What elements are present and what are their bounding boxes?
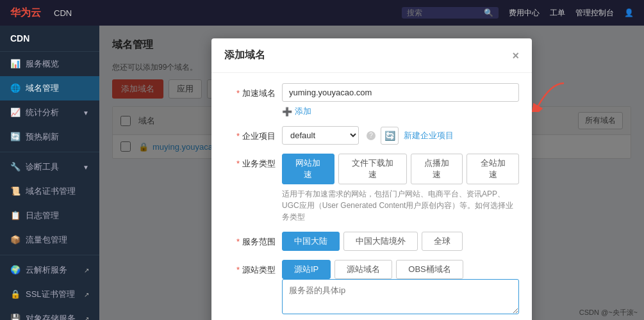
sidebar-item-label: 云解析服务 [26,264,67,276]
service-range-content: 中国大陆 中国大陆境外 全球 [282,232,519,251]
service-type-content: 网站加速 文件下载加速 点播加速 全站加速 适用于有加速需求的网站，包括门户网站… [282,154,519,223]
required-star: * [236,88,240,98]
search-input[interactable] [407,8,484,17]
sidebar-item-prefetch[interactable]: 🔄 预热刷新 [0,125,99,149]
sidebar-item-label: 统计分析 [26,107,59,118]
sidebar-item-diagnostics[interactable]: 🔧 诊断工具 ▼ [0,155,99,179]
origin-type-label: *源站类型 [224,260,276,276]
service-type-website[interactable]: 网站加速 [282,154,334,184]
layout: CDN 📊 服务概览 🌐 域名管理 📈 统计分析 ▼ 🔄 预热刷新 🔧 诊断工具… [0,26,644,320]
form-row-service-range: *服务范围 中国大陆 中国大陆境外 全球 [224,232,519,251]
obs-domain-btn[interactable]: OBS桶域名 [396,260,463,279]
sidebar-item-traffic[interactable]: 📦 流量包管理 [0,228,99,252]
service-range-label: *服务范围 [224,232,276,248]
oss-icon: 💾 [10,314,21,320]
dns-icon: 🌍 [10,265,21,275]
nav-item-fee[interactable]: 费用中心 [509,8,540,19]
sidebar-item-statistics[interactable]: 📈 统计分析 ▼ [0,100,99,125]
service-type-vod[interactable]: 点播加速 [411,154,463,184]
range-overseas[interactable]: 中国大陆境外 [343,232,418,251]
chevron-icon: ▼ [83,164,89,171]
modal-title: 添加域名 [224,49,265,62]
sidebar-item-label: 服务概览 [26,58,59,70]
new-project-link[interactable]: 新建企业项目 [404,130,454,141]
sidebar-item-log[interactable]: 📋 日志管理 [0,204,99,228]
form-row-origin-type: *源站类型 源站IP 源站域名 OBS桶域名 [224,260,519,316]
topbar-search-box[interactable]: 🔍 [402,7,499,19]
topbar: 华为云 CDN 🔍 费用中心 工单 管理控制台 👤 [0,0,644,26]
project-select[interactable]: default [282,126,359,145]
required-star4: * [236,237,240,246]
service-type-fullsite[interactable]: 全站加速 [466,154,519,184]
sidebar-divider [0,152,99,152]
origin-type-btn-group: 源站IP 源站域名 OBS桶域名 [282,260,519,279]
service-type-file[interactable]: 文件下载加速 [338,154,407,184]
add-domain-modal: 添加域名 × *加速域名 ➕ 添加 [211,38,532,320]
sidebar-item-label: 诊断工具 [26,161,59,173]
sidebar-item-label: 预热刷新 [26,131,59,143]
service-range-btn-group: 中国大陆 中国大陆境外 全球 [282,232,519,251]
sidebar-item-label: 对象存储服务 [26,313,76,320]
accel-domain-label: *加速域名 [224,83,276,99]
accel-domain-content: ➕ 添加 [282,83,519,117]
topbar-logo: 华为云 [10,6,41,20]
traffic-icon: 📦 [10,235,21,245]
sidebar-item-domain-management[interactable]: 🌐 域名管理 [0,76,99,100]
overview-icon: 📊 [10,59,21,69]
red-arrow-annotation [532,80,570,112]
form-row-domain: *加速域名 ➕ 添加 [224,83,519,117]
log-icon: 📋 [10,211,21,221]
sidebar-item-ssl[interactable]: 🔒 SSL证书管理 ↗ [0,282,99,307]
required-star5: * [236,265,240,275]
prefetch-icon: 🔄 [10,132,21,142]
sidebar-item-label: 日志管理 [26,210,59,221]
sidebar-item-label: SSL证书管理 [26,289,75,300]
external-icon2: ↗ [84,291,89,298]
diagnostics-icon: 🔧 [10,162,21,172]
origin-type-content: 源站IP 源站域名 OBS桶域名 [282,260,519,316]
sidebar-divider2 [0,255,99,255]
chevron-icon: ▼ [83,109,89,116]
sidebar-title: CDN [0,26,99,52]
required-star3: * [236,159,240,168]
origin-ip-textarea[interactable] [282,279,519,314]
add-domain-link[interactable]: ➕ 添加 [282,106,519,117]
service-type-label: *业务类型 [224,154,276,170]
range-china[interactable]: 中国大陆 [282,232,340,251]
modal-header: 添加域名 × [211,38,532,73]
search-icon: 🔍 [484,8,493,17]
modal-close-button[interactable]: × [512,50,519,61]
external-icon: ↗ [84,267,89,274]
required-star2: * [236,131,240,141]
form-row-service-type: *业务类型 网站加速 文件下载加速 点播加速 全站加速 适用于有加速需求的网站，… [224,154,519,223]
project-content: default ? 🔄 新建企业项目 [282,126,519,145]
nav-item-console[interactable]: 管理控制台 [575,8,614,19]
sidebar: CDN 📊 服务概览 🌐 域名管理 📈 统计分析 ▼ 🔄 预热刷新 🔧 诊断工具… [0,26,99,320]
refresh-button[interactable]: 🔄 [381,127,399,145]
project-select-row: default ? 🔄 新建企业项目 [282,126,519,145]
statistics-icon: 📈 [10,108,21,118]
user-avatar: 👤 [624,8,634,17]
form-row-project: *企业项目 default ? 🔄 新建企业项目 [224,126,519,145]
cert-icon: 📜 [10,186,21,196]
origin-domain-btn[interactable]: 源站域名 [334,260,392,279]
main-content: 域名管理 您还可以添加99个域名。 添加域名 应用 停用 移除 域名 所有域名 … [99,26,644,320]
plus-icon: ➕ [282,107,292,116]
topbar-cdn: CDN [54,8,72,18]
project-label: *企业项目 [224,126,276,142]
sidebar-item-domain-cert[interactable]: 📜 域名证书管理 [0,179,99,204]
domain-icon: 🌐 [10,83,21,93]
nav-item-ticket[interactable]: 工单 [550,8,565,19]
topbar-right: 🔍 费用中心 工单 管理控制台 👤 [402,7,634,19]
sidebar-item-dns[interactable]: 🌍 云解析服务 ↗ [0,258,99,282]
modal-body: *加速域名 ➕ 添加 [211,73,532,320]
range-global[interactable]: 全球 [422,232,463,251]
project-help-icon[interactable]: ? [367,131,376,140]
accel-domain-input[interactable] [282,83,519,102]
origin-ip-btn[interactable]: 源站IP [282,260,331,279]
sidebar-item-oss[interactable]: 💾 对象存储服务 ↗ [0,307,99,320]
modal-overlay: 添加域名 × *加速域名 ➕ 添加 [99,26,644,320]
ssl-icon: 🔒 [10,289,21,300]
sidebar-item-service-overview[interactable]: 📊 服务概览 [0,52,99,76]
sidebar-item-label: 域名证书管理 [26,186,76,197]
